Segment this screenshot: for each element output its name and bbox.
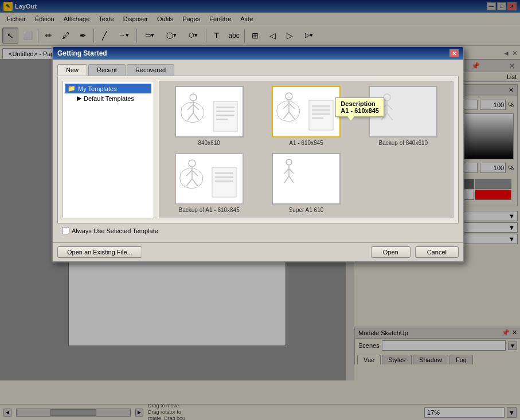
tree-default-templates[interactable]: ▶ Default Templates [65, 93, 151, 103]
open-existing-button[interactable]: Open an Existing File... [57, 246, 142, 258]
tooltip: Description A1 - 610x845 [335, 97, 384, 117]
getting-started-dialog: Getting Started ✕ New Recent Recovered 📁… [52, 46, 464, 262]
my-templates-label: My Templates [78, 85, 117, 92]
cancel-button[interactable]: Cancel [415, 246, 459, 258]
tree-panel: 📁 My Templates ▶ Default Templates [62, 81, 154, 218]
tab-recovered[interactable]: Recovered [127, 64, 174, 76]
always-use-label[interactable]: Always Use Selected Template [62, 227, 158, 234]
folder-icon: 📁 [68, 85, 76, 92]
svg-rect-7 [213, 101, 237, 131]
template-item-1[interactable]: 840x610 [164, 86, 254, 146]
svg-rect-19 [309, 100, 333, 130]
dialog-buttons: Open an Existing File... Open Cancel [53, 242, 463, 261]
template-label-4: Backup of A1 - 610x845 [179, 207, 240, 213]
always-use-text: Always Use Selected Template [72, 227, 158, 234]
template-svg-2 [273, 87, 339, 136]
templates-grid: 840x610 [159, 81, 453, 218]
dialog-footer: Always Use Selected Template [57, 223, 459, 238]
template-item-2[interactable]: Description A1 - 610x845 A1 - 610x845 [261, 86, 351, 146]
dialog-content: 📁 My Templates ▶ Default Templates [57, 76, 459, 223]
default-templates-label: Default Templates [84, 95, 134, 102]
modal-overlay: Getting Started ✕ New Recent Recovered 📁… [0, 0, 520, 420]
tree-my-templates[interactable]: 📁 My Templates [65, 84, 151, 93]
template-item-4[interactable]: Backup of A1 - 610x845 [164, 153, 254, 213]
template-item-5[interactable]: Super A1 610 [261, 153, 351, 213]
tooltip-title: Description [341, 100, 379, 107]
svg-rect-42 [273, 154, 339, 203]
dialog-title: Getting Started [57, 49, 107, 57]
tooltip-text: A1 - 610x845 [341, 107, 379, 114]
tab-new[interactable]: New [57, 64, 87, 76]
template-label-2: A1 - 610x845 [289, 140, 323, 146]
svg-rect-38 [212, 167, 236, 197]
template-label-5: Super A1 610 [289, 207, 324, 213]
open-button[interactable]: Open [371, 246, 410, 258]
template-svg-1 [176, 87, 243, 136]
template-label-3: Backup of 840x610 [379, 140, 428, 146]
template-thumb-2[interactable] [272, 86, 341, 138]
tab-recent[interactable]: Recent [88, 64, 126, 76]
template-thumb-1[interactable] [175, 86, 244, 138]
dialog-close-btn[interactable]: ✕ [449, 49, 459, 57]
dialog-titlebar: Getting Started ✕ [53, 47, 463, 60]
expand-icon: ▶ [77, 95, 81, 102]
template-thumb-4[interactable] [175, 153, 244, 205]
dialog-tabs: New Recent Recovered [57, 64, 459, 76]
dialog-body: New Recent Recovered 📁 My Templates ▶ De… [53, 60, 463, 242]
template-svg-5 [273, 154, 339, 203]
always-use-checkbox[interactable] [62, 227, 69, 234]
template-thumb-5[interactable] [272, 153, 341, 205]
template-svg-4 [176, 154, 243, 203]
template-label-1: 840x610 [198, 140, 220, 146]
